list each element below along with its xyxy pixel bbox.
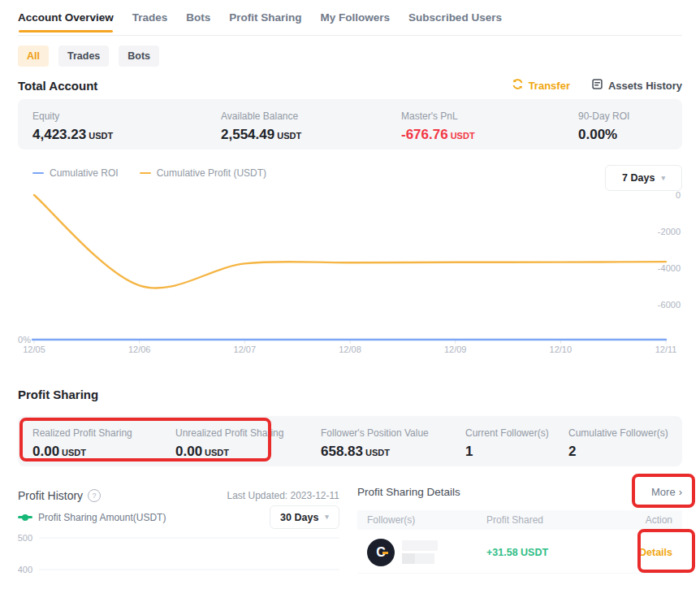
stat-masters-pnl: Master's PnL -676.76USDT	[401, 110, 475, 143]
redacted-follower-name	[402, 540, 438, 564]
stat-90day-roi: 90-Day ROI 0.00%	[578, 110, 629, 143]
avatar-glyph: C	[376, 545, 386, 560]
more-button[interactable]: More ›	[651, 486, 682, 498]
tab-my-followers[interactable]: My Followers	[321, 11, 391, 31]
filter-bots[interactable]: Bots	[119, 46, 159, 67]
caret-down-icon: ▾	[325, 514, 329, 521]
stat-realized-profit-sharing: Realized Profit Sharing 0.00USDT	[32, 427, 132, 460]
legend-cumulative-roi[interactable]: Cumulative ROI	[32, 167, 119, 179]
roi-legend-swatch	[32, 172, 44, 175]
stat-cumulative-followers: Cumulative Follower(s) 2	[568, 427, 668, 460]
help-icon[interactable]: ?	[88, 489, 101, 502]
copy-trading-dashboard: { "tabs": { "items": [ {"label": "Accoun…	[0, 0, 700, 598]
column-action: Action	[624, 514, 672, 526]
profit-sharing-details-header: Profit Sharing Details More ›	[357, 481, 682, 502]
assets-history-icon	[591, 78, 603, 93]
legend-profit-sharing-amount[interactable]: Profit Sharing Amount(USDT)	[18, 512, 166, 523]
svg-text:12/10: 12/10	[550, 344, 573, 354]
svg-text:-2000: -2000	[658, 227, 681, 236]
main-chart-legend: Cumulative ROI Cumulative Profit (USDT)	[32, 167, 266, 179]
svg-text:12/06: 12/06	[128, 344, 151, 354]
tab-account-overview[interactable]: Account Overview	[18, 11, 114, 31]
tab-trades[interactable]: Trades	[132, 11, 168, 31]
top-tabbar: Account Overview Trades Bots Profit Shar…	[18, 11, 682, 36]
filter-all[interactable]: All	[18, 46, 49, 67]
profit-history-controls: Profit Sharing Amount(USDT) 30 Days ▾	[18, 505, 339, 529]
transfer-label: Transfer	[529, 80, 570, 92]
svg-text:12/05: 12/05	[23, 344, 45, 354]
svg-text:12/09: 12/09	[444, 344, 467, 354]
filter-trades[interactable]: Trades	[58, 46, 109, 67]
details-button[interactable]: Details	[624, 547, 672, 558]
svg-text:12/07: 12/07	[234, 344, 257, 354]
profit-history-title: Profit History ?	[18, 489, 101, 502]
column-followers: Follower(s)	[367, 514, 486, 526]
svg-text:500: 500	[18, 533, 32, 543]
green-line-legend-swatch	[18, 516, 32, 518]
stat-available-balance: Available Balance 2,554.49USDT	[221, 110, 301, 143]
followers-table-header: Follower(s) Profit Shared Action	[357, 510, 682, 530]
total-account-chart: 0-2000-4000-600012/0512/0612/0712/0812/0…	[18, 183, 682, 355]
profit-history-header: Profit History ? Last Updated: 2023-12-1…	[18, 489, 339, 502]
tab-profit-sharing[interactable]: Profit Sharing	[229, 11, 301, 31]
table-row: C +31.58 USDT Details	[357, 531, 682, 574]
follower-cell: C	[367, 539, 486, 566]
total-account-header: Total Account Transfer Assets History	[18, 78, 682, 93]
profit-legend-swatch	[140, 172, 151, 175]
svg-text:0: 0	[676, 190, 681, 200]
profit-sharing-title: Profit Sharing	[18, 388, 98, 401]
profit-shared-value: +31.58 USDT	[486, 547, 624, 558]
transfer-button[interactable]: Transfer	[512, 78, 570, 93]
profit-sharing-header: Profit Sharing	[18, 388, 682, 401]
total-account-stats-card: Equity 4,423.23USDT Available Balance 2,…	[18, 99, 682, 150]
tab-subscribed-users[interactable]: Subscribed Users	[408, 11, 502, 31]
assets-history-button[interactable]: Assets History	[591, 78, 682, 93]
svg-text:-4000: -4000	[658, 263, 681, 273]
tab-bots[interactable]: Bots	[186, 11, 210, 31]
last-updated-label: Last Updated: 2023-12-11	[227, 490, 339, 501]
stat-current-followers: Current Follower(s) 1	[465, 427, 549, 460]
column-profit-shared: Profit Shared	[486, 514, 624, 526]
avatar: C	[367, 539, 395, 566]
range-selector-30-days[interactable]: 30 Days ▾	[270, 505, 339, 529]
stat-equity: Equity 4,423.23USDT	[32, 110, 113, 143]
svg-text:12/11: 12/11	[655, 344, 677, 354]
stat-unrealized-profit-sharing: Unrealized Profit Sharing 0.00USDT	[175, 427, 283, 460]
total-account-title: Total Account	[18, 79, 97, 93]
caret-down-icon: ▾	[661, 175, 665, 182]
svg-text:0%: 0%	[18, 335, 31, 344]
profit-sharing-details-title: Profit Sharing Details	[357, 486, 460, 498]
svg-text:12/08: 12/08	[339, 344, 361, 354]
transfer-icon	[512, 78, 524, 93]
svg-text:-6000: -6000	[658, 300, 681, 310]
profit-sharing-stats-card: Realized Profit Sharing 0.00USDT Unreali…	[18, 416, 682, 466]
profit-history-chart: 500400300	[18, 530, 339, 598]
stat-followers-position-value: Follower's Position Value 658.83USDT	[321, 427, 429, 460]
svg-text:400: 400	[18, 565, 32, 574]
assets-history-label: Assets History	[608, 80, 682, 92]
chevron-right-icon: ›	[679, 486, 682, 498]
scope-filter: All Trades Bots	[18, 46, 159, 67]
legend-cumulative-profit[interactable]: Cumulative Profit (USDT)	[140, 167, 266, 179]
